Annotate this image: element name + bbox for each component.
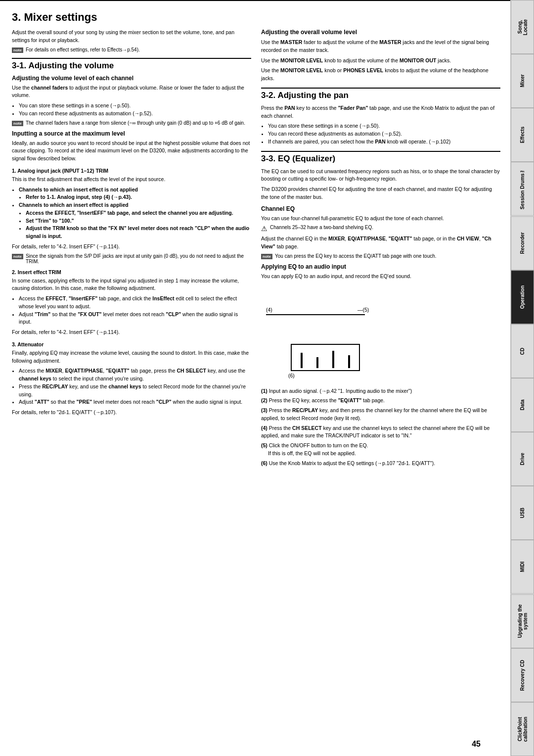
details1: For details, refer to "4-2. Insert EFF" … [12,243,251,251]
sidebar-tab-song-locate-label: Song,Locate [517,19,528,35]
sidebar-tab-upgrading[interactable]: Upgrading the system [511,594,534,648]
sidebar-tab-clickpoint[interactable]: ClickPoint calibration [511,702,534,756]
sub1-title: Adjusting the volume level of each chann… [12,75,251,82]
sub1-text: Use the channel faders to adjust the inp… [12,84,251,100]
sidebar-tab-midi[interactable]: MIDI [511,540,534,594]
eq-steps-list: (1) Input an audio signal. (→p.42 "1. In… [261,387,500,468]
s32-bullet3: If channels are paired, you can select h… [268,138,500,146]
section32-bullets: You can store these settings in a scene … [268,122,500,145]
step4: (4) Press the CH SELECT key and use the … [261,425,500,440]
main-content: 3. Mixer settings Adjust the overall sou… [0,0,510,756]
overall-volume-text2: Use the MONITOR LEVEL knob to adjust the… [261,57,500,65]
note-effects-text: For details on effect settings, refer to… [26,47,140,52]
note-eq-text: You can press the EQ key to access the E… [275,253,437,259]
bullet-insert-not: Channels to which an insert effect is no… [19,186,251,202]
sidebar-tab-recorder-label: Recorder [520,232,525,254]
sub2-title: Inputting a source at the maximum level [12,130,251,137]
section33-text2: The D3200 provides channel EQ for adjust… [261,186,500,201]
eq-slider4 [348,355,350,368]
step5: (5) Click the ON/OFF button to turn on t… [261,442,500,458]
numbered3-bullets: Access the MIXER, EQ/ATT/PHASE, "EQ/ATT"… [19,367,251,406]
insert-bullets: Channels to which an insert effect is no… [19,186,251,240]
adjust-text: Adjust the channel EQ in the MIXER, EQ/A… [261,235,500,251]
numbered3-title: 3. Attenuator [12,341,251,347]
section32-text1: Press the PAN key to access the "Fader P… [261,104,500,120]
s32-bullet2: You can record these adjustments as auto… [268,130,500,138]
channel-eq-text: You can use four-channel full-parametric… [261,215,500,223]
diagram-line-h1 [266,314,325,315]
note-spdif: note Since the signals from the S/P DIF … [12,253,251,264]
sidebar-tab-usb-label: USB [520,508,525,518]
overall-volume-section: Adjusting the overall volume level Use t… [261,29,500,83]
overall-volume-text1: Use the MASTER fader to adjust the volum… [261,39,500,54]
sub2-text: Ideally, an audio source you want to rec… [12,140,251,163]
sidebar-tab-clickpoint-label: ClickPoint calibration [517,707,528,752]
left-column: Adjust the overall sound of your song by… [12,29,251,469]
sidebar-tab-operation-label: Operation [520,285,525,309]
eq-slider2 [316,357,318,368]
numbered3-bullet3: Adjust "ATT" so that the "PRE" level met… [19,398,251,406]
bullet-insert-applied: Channels to which an insert effect is ap… [19,201,251,240]
sidebar-tab-cd-label: CD [520,347,525,354]
note-effects: note For details on effect settings, ref… [12,47,251,53]
step5-sub: If this is off, the EQ will not be appli… [268,450,356,456]
insert-applied-sub3: Adjust the TRIM knob so that the "FX IN"… [26,225,251,240]
sidebar-tab-session-drums[interactable]: Session Drums™ [511,162,534,216]
overall-volume-text3: Use the MONITOR LEVEL knob or PHONES LEV… [261,67,500,83]
step2: (2) Press the EQ key, access the "EQ/ATT… [261,397,500,405]
numbered1-title: 1. Analog input jack (INPUT 1–12) TRIM [12,168,251,174]
warning-icon: ⚠ [261,225,267,233]
note-fader-label: note [12,121,23,126]
overall-volume-title: Adjusting the overall volume level [261,29,500,36]
step3: (3) Press the REC/PLAY key, and then pre… [261,407,500,423]
sidebar-tab-recorder[interactable]: Recorder [511,216,534,270]
sub1-bullets: You can store these settings in a scene … [19,102,251,118]
diagram-label4: (4) [266,307,272,313]
note-eq-label: note [261,254,272,259]
details3: For details, refer to "2d-1. EQ/ATT" (→p… [12,409,251,417]
numbered2-bullets: Access the EFFECT, "InsertEFF" tab page,… [19,295,251,326]
numbered2-text: In some cases, applying effects to the i… [12,277,251,293]
section-31-title: 3-1. Adjusting the volume [12,58,251,71]
numbered1-text: This is the first adjustment that affect… [12,176,251,184]
sidebar-tab-recovery[interactable]: Recovery CD [511,648,534,702]
sidebar-tab-recovery-label: Recovery CD [520,660,525,690]
sidebar-tab-song-locate[interactable]: Song,Locate [511,0,534,54]
numbered3-bullet2: Press the REC/PLAY key, and use the chan… [19,383,251,399]
sidebar-tab-mixer[interactable]: Mixer [511,54,534,108]
page-title: 3. Mixer settings [12,11,500,24]
sidebar-tab-data-label: Data [520,400,525,411]
sidebar-tab-effects[interactable]: Effects [511,108,534,162]
sidebar-tab-upgrading-label: Upgrading the system [517,599,528,644]
intro-text: Adjust the overall sound of your song by… [12,29,251,45]
insert-applied-sub2: Set "Trim" to "100." [26,217,251,225]
sidebar-tab-cd[interactable]: CD [511,324,534,378]
step1: (1) Input an audio signal. (→p.42 "1. In… [261,387,500,395]
sidebar-tab-drive-label: Drive [520,453,525,465]
note-fader-text: The channel faders have a range from sil… [26,120,245,126]
sidebar-tab-session-drums-label: Session Drums™ [520,168,525,210]
note-fader: note The channel faders have a range fro… [12,120,251,126]
sidebar-tab-drive[interactable]: Drive [511,432,534,486]
sidebar-tab-operation[interactable]: Operation [511,270,534,324]
eq-slider3 [332,351,334,368]
numbered2-bullet2: Adjust "Trim" so that the "FX OUT" level… [19,311,251,327]
note-label: note [12,47,23,53]
right-column: Adjusting the overall volume level Use t… [261,29,500,469]
section33-text1: The EQ can be used to cut unwanted frequ… [261,168,500,184]
right-sidebar: Song,Locate Mixer Effects Session Drums™… [510,0,534,756]
insert-not-sub: Refer to 1-1. Analog input, step (4) (→p… [26,193,251,201]
section-32-title: 3-2. Adjusting the pan [261,88,500,100]
sidebar-tab-data[interactable]: Data [511,378,534,432]
bullet-scene: You can store these settings in a scene … [19,102,251,110]
eq-slider1 [301,353,303,368]
insert-applied-sub1: Access the EFFECT, "InsertEFF" tab page,… [26,209,251,217]
sidebar-tab-usb[interactable]: USB [511,486,534,540]
eq-diagram: (4) —(5) [261,284,500,383]
warning-text: Channels 25–32 have a two-band shelving … [270,225,373,230]
diagram-line-h2 [325,314,365,315]
sidebar-tab-mixer-label: Mixer [520,75,525,88]
details2: For details, refer to "4-2. Insert EFF" … [12,329,251,336]
numbered3-text: Finally, applying EQ may increase the vo… [12,349,251,365]
page-number: 45 [472,740,481,749]
